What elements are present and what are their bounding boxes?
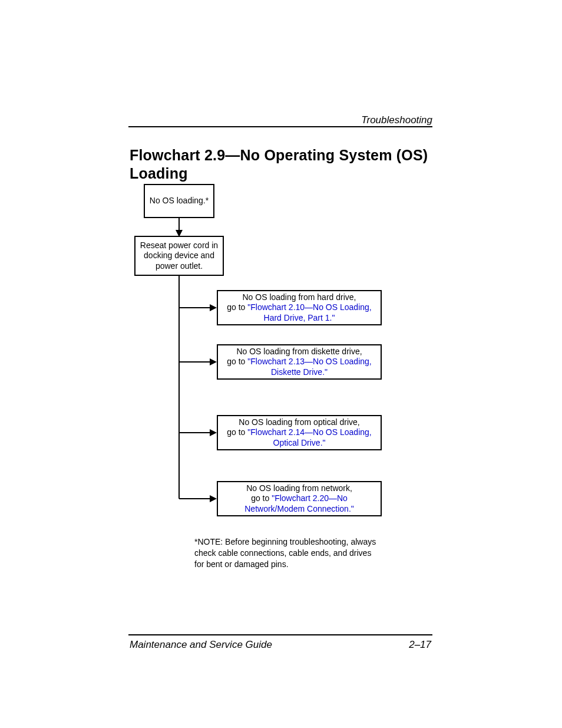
svg-marker-4	[210, 304, 217, 311]
link-flowchart-2-13[interactable]: "Flowchart 2.13—No OS Loading, Diskette …	[247, 357, 371, 377]
branch-goto: go to	[227, 302, 247, 312]
flow-branch-hard-drive: No OS loading from hard drive, go to "Fl…	[217, 290, 382, 325]
svg-marker-8	[210, 429, 217, 436]
flow-step-reseat: Reseat power cord in docking device and …	[134, 236, 224, 276]
running-header: Troubleshooting	[361, 114, 432, 126]
footer-rule	[128, 634, 432, 635]
link-flowchart-2-10[interactable]: "Flowchart 2.10—No OS Loading, Hard Driv…	[247, 302, 371, 322]
footnote: *NOTE: Before beginning troubleshooting,…	[194, 536, 377, 570]
flowchart: No OS loading.* Reseat power cord in doc…	[128, 184, 435, 549]
flow-branch-optical: No OS loading from optical drive, go to …	[217, 415, 382, 450]
branch-pretext: No OS loading from hard drive,	[243, 292, 356, 302]
svg-marker-10	[210, 495, 217, 502]
flow-start: No OS loading.*	[144, 184, 214, 218]
flow-branch-network: No OS loading from network, go to "Flowc…	[217, 481, 382, 516]
flow-step-text: Reseat power cord in docking device and …	[139, 241, 219, 272]
branch-goto: go to	[227, 357, 247, 366]
footer-page-number: 2–17	[409, 639, 431, 651]
branch-goto: go to	[227, 427, 247, 437]
link-flowchart-2-14[interactable]: "Flowchart 2.14—No OS Loading, Optical D…	[247, 427, 371, 447]
branch-goto: go to	[251, 493, 272, 503]
header-rule	[128, 126, 432, 127]
page-title: Flowchart 2.9—No Operating System (OS) L…	[130, 146, 436, 183]
flow-branch-diskette: No OS loading from diskette drive, go to…	[217, 344, 382, 380]
flow-start-text: No OS loading.*	[148, 196, 210, 206]
footer-title: Maintenance and Service Guide	[130, 639, 272, 651]
page: Troubleshooting Flowchart 2.9—No Operati…	[0, 0, 562, 728]
branch-pretext: No OS loading from network,	[246, 483, 352, 493]
branch-pretext: No OS loading from optical drive,	[239, 417, 359, 427]
branch-pretext: No OS loading from diskette drive,	[236, 347, 362, 356]
svg-marker-6	[210, 358, 217, 365]
